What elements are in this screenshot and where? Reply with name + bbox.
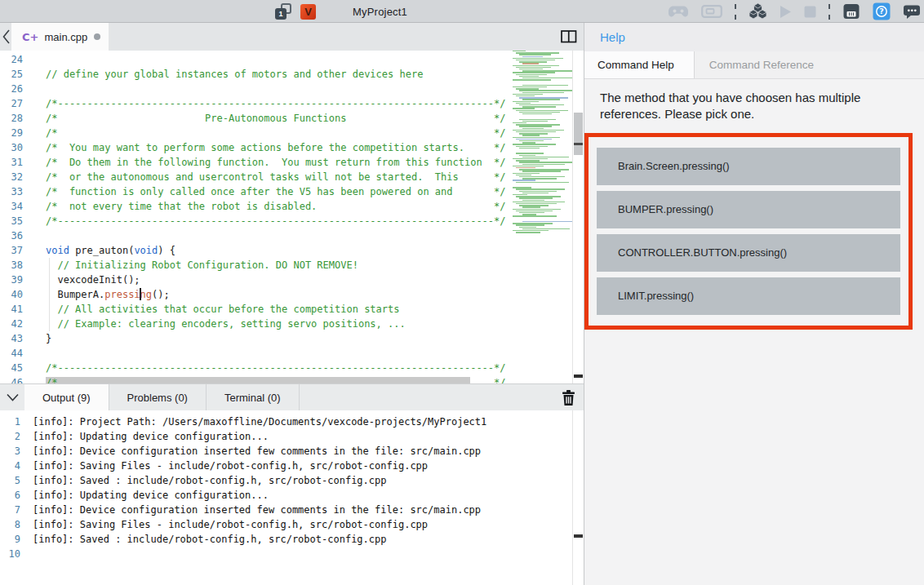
vex-logo-icon[interactable]: V [300, 4, 316, 20]
code-line-24[interactable]: 24 [0, 52, 584, 67]
code-line-35[interactable]: 35/*------------------------------------… [0, 214, 584, 228]
help-tabs: Command HelpCommand Reference [584, 51, 924, 79]
code-line-41[interactable]: 41 // All activities that occur before t… [0, 302, 584, 317]
help-tab-command-reference[interactable]: Command Reference [695, 51, 833, 78]
code-editor[interactable]: 2425// define your global instances of m… [0, 51, 584, 383]
code-line-27[interactable]: 27/*------------------------------------… [0, 96, 584, 111]
code-line-37[interactable]: 37void pre_auton(void) { [0, 243, 584, 258]
code-line-25[interactable]: 25// define your global instances of mot… [0, 67, 584, 82]
console-line-5: 5[info]: Saved : include/robot-config.h,… [0, 473, 584, 488]
minimap-line [513, 194, 527, 195]
console-tab-terminal-0[interactable]: Terminal (0) [207, 384, 300, 410]
code-line-31[interactable]: 31/* Do them in the following function. … [0, 155, 584, 170]
build-blocks-icon[interactable] [749, 2, 767, 20]
code-line-28[interactable]: 28/* Pre-Autonomous Functions */ [0, 111, 584, 126]
play-icon[interactable] [780, 5, 792, 19]
console-scrollbar-thumb[interactable] [574, 534, 583, 538]
project-title: MyProject1 [353, 6, 407, 18]
console-line-9: 9[info]: Saved : include/robot-config.h,… [0, 532, 584, 547]
line-number: 29 [0, 126, 23, 140]
command-option-controller-button-pressing[interactable]: CONTROLLER.BUTTON.pressing() [597, 234, 900, 272]
slot-selector-icon[interactable]: 1 [275, 3, 291, 20]
command-option-limit-pressing[interactable]: LIMIT.pressing() [597, 277, 900, 315]
minimap-line [519, 140, 544, 141]
minimap-line [522, 56, 543, 57]
minimap-line [519, 104, 564, 105]
help-tab-command-help[interactable]: Command Help [584, 51, 695, 78]
console-line-number: 9 [0, 532, 20, 547]
minimap-line [519, 162, 573, 162]
collapse-console-icon[interactable] [0, 384, 24, 410]
line-number: 45 [0, 361, 23, 375]
code-text: // Example: clearing encoders, setting s… [23, 317, 406, 331]
code-line-44[interactable]: 44 [0, 346, 584, 361]
clear-console-icon[interactable] [561, 389, 576, 406]
minimap-line [522, 142, 535, 143]
back-chevron-icon[interactable] [0, 23, 11, 51]
minimap-line [513, 137, 560, 138]
code-text: /* */ [23, 126, 506, 140]
split-editor-icon[interactable] [561, 30, 577, 43]
minimap-line [513, 72, 555, 73]
minimap-line [513, 144, 556, 144]
code-line-39[interactable]: 39 vexcodeInit(); [0, 273, 584, 287]
tab-main-cpp[interactable]: C+ main.cpp [11, 23, 109, 51]
console-line-3: 3[info]: Device configuration inserted f… [0, 444, 584, 459]
help-icon[interactable]: ? [873, 2, 891, 20]
code-line-34[interactable]: 34/* not every time that the robot is di… [0, 199, 584, 214]
code-line-30[interactable]: 30/* You may want to perform some action… [0, 140, 584, 155]
minimap-line [519, 69, 543, 69]
device-info-icon[interactable] [842, 2, 860, 20]
code-line-46[interactable]: 46/* */ [0, 375, 584, 383]
code-line-26[interactable]: 26 [0, 82, 584, 96]
minimap-line [522, 78, 572, 78]
code-line-29[interactable]: 29/* */ [0, 126, 584, 140]
editor-scrollbar-track[interactable] [572, 51, 584, 383]
minimap-line [516, 131, 556, 132]
console-tab-problems-0[interactable]: Problems (0) [109, 384, 207, 410]
minimap-line [513, 230, 549, 231]
scrollbar-end-marker [574, 374, 583, 378]
minimap-line [522, 214, 536, 215]
code-text: // define your global instances of motor… [23, 67, 423, 82]
code-line-33[interactable]: 33/* function is only called once after … [0, 184, 584, 199]
minimap-line [516, 146, 548, 147]
minimap-line [519, 54, 551, 55]
minimap-line [516, 124, 560, 125]
line-number: 40 [0, 287, 23, 302]
console-tab-output-9[interactable]: Output (9) [24, 384, 109, 410]
code-text: /* not every time that the robot is disa… [23, 199, 506, 214]
console-line-number: 6 [0, 488, 20, 503]
code-line-43[interactable]: 43} [0, 331, 584, 346]
minimap-line [513, 79, 551, 80]
command-option-brain-screen-pressing[interactable]: Brain.Screen.pressing() [597, 148, 900, 185]
code-text [23, 52, 46, 67]
code-text: /* Pre-Autonomous Functions */ [23, 111, 506, 126]
brain-screen-icon[interactable] [701, 5, 722, 19]
minimap-line [522, 63, 539, 64]
code-line-36[interactable]: 36 [0, 228, 584, 243]
code-line-32[interactable]: 32/* or the autonomous and usercontrol t… [0, 170, 584, 184]
editor-scrollbar-thumb[interactable] [574, 113, 583, 155]
code-line-42[interactable]: 42 // Example: clearing encoders, settin… [0, 317, 584, 331]
feedback-icon[interactable] [903, 3, 921, 20]
console-scrollbar-track[interactable] [572, 410, 584, 585]
minimap-line [519, 126, 552, 126]
console-line-text: [info]: Device configuration inserted fe… [20, 503, 481, 517]
code-line-38[interactable]: 38 // Initializing Robot Configuration. … [0, 258, 584, 273]
command-option-bumper-pressing[interactable]: BUMPER.pressing() [597, 191, 900, 228]
code-line-40[interactable]: 40 BumperA.pressing(); [0, 287, 584, 302]
minimap-line [519, 212, 544, 213]
stop-icon[interactable] [804, 6, 816, 18]
console-line-4: 4[info]: Saving Files - include/robot-co… [0, 459, 584, 473]
controller-icon[interactable] [668, 5, 689, 19]
help-panel: Help Command HelpCommand Reference The m… [584, 23, 924, 585]
code-line-45[interactable]: 45/*------------------------------------… [0, 361, 584, 375]
minimap-line [519, 169, 569, 170]
minimap-line [516, 103, 531, 104]
minimap-line [519, 205, 549, 206]
minimap-line [516, 153, 544, 153]
code-text: /* You may want to perform some actions … [23, 140, 506, 155]
minimap[interactable] [511, 51, 570, 240]
minimap-line [516, 232, 540, 233]
